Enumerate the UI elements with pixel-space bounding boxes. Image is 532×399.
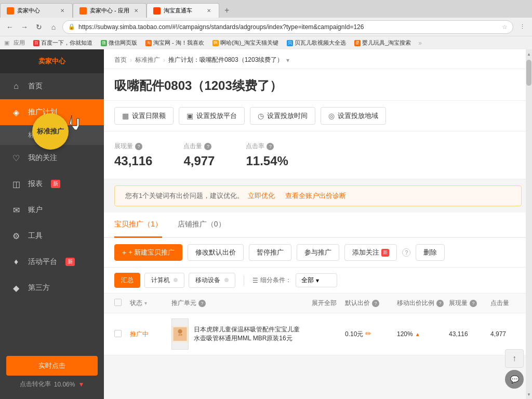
th-expand-label: 展开全部	[312, 299, 337, 307]
bookmark-beiwa-label: 贝瓦儿歌视频大全选	[295, 39, 346, 47]
th-status: 状态 ▾	[130, 299, 171, 308]
alert-link-diagnose[interactable]: 查看全账户出价诊断	[285, 191, 346, 201]
browser-tab-2[interactable]: 卖家中心 - 应用 ✕	[73, 3, 147, 18]
baby-icon: 婴	[354, 40, 361, 46]
url-box[interactable]: 🔒 https://subway.simba.taobao.com/#!/cam…	[62, 20, 513, 34]
filter-computer[interactable]: 计算机	[144, 273, 184, 288]
scroll-down-arrow[interactable]: ▼	[526, 391, 531, 398]
product-title: 日本虎牌儿童保温杯吸管配件宝宝儿童水壶吸管杯通用MML MBR原装16元	[194, 325, 303, 343]
bookmark-taobao[interactable]: 淘 淘宝网 - 淘！我喜欢	[142, 38, 207, 48]
new-tab-btn[interactable]: +	[219, 3, 235, 18]
tab-product-promo[interactable]: 宝贝推广（1）	[114, 212, 162, 238]
impr-info-icon[interactable]: ?	[470, 300, 477, 307]
td-bid: 0.10元 ✏	[345, 329, 397, 339]
tab-1-close[interactable]: ✕	[59, 7, 66, 15]
address-bar: ← → ↻ ⌂ 🔒 https://subway.simba.taobao.co…	[0, 18, 532, 36]
forward-btn[interactable]: →	[19, 21, 30, 33]
add-product-label: + 新建宝贝推广	[128, 248, 175, 257]
sidebar-item-activities[interactable]: ♦ 活动平台 新	[0, 249, 104, 275]
apps-label[interactable]: 应用	[14, 39, 25, 47]
mobile-info-icon[interactable]: ?	[436, 300, 444, 307]
tab-store-promo[interactable]: 店铺推广（0）	[178, 212, 225, 238]
promo-badge[interactable]: 标准推广	[32, 113, 69, 150]
breadcrumb-dropdown-icon[interactable]: ▾	[286, 57, 289, 64]
filter-mobile[interactable]: 移动设备	[189, 273, 235, 288]
extensions-btn[interactable]: ⋮	[516, 21, 528, 33]
alert-link-optimize[interactable]: 立即优化	[248, 191, 275, 201]
row-checkbox[interactable]	[114, 330, 122, 337]
btn-set-platform[interactable]: ▣ 设置投放平台	[179, 107, 245, 125]
sidebar-tools-label: 工具	[28, 231, 43, 241]
status-sort-icon[interactable]: ▾	[144, 300, 147, 306]
home-btn[interactable]: ⌂	[48, 21, 59, 33]
btn-daily-budget[interactable]: ▦ 设置日限额	[114, 107, 174, 125]
sidebar-item-account[interactable]: ✉ 账户	[0, 197, 104, 223]
scrollbar[interactable]: ▲ ▼	[526, 49, 532, 399]
breadcrumb-level1[interactable]: 标准推广	[135, 56, 160, 64]
back-btn[interactable]: ←	[4, 21, 16, 33]
clicks-info-icon[interactable]: ?	[204, 143, 211, 150]
add-attention-btn[interactable]: 添加关注 新	[344, 244, 397, 261]
ctr-info-icon[interactable]: ?	[267, 143, 274, 150]
set-time-icon: ◷	[258, 112, 264, 120]
filter-segment-label: ☰ 细分条件：	[252, 276, 291, 285]
activities-badge: 新	[65, 258, 75, 266]
bookmark-baby[interactable]: 婴 婴儿玩具_淘宝搜索	[351, 38, 414, 48]
apps-icon[interactable]: ▣	[4, 39, 9, 46]
bookmark-beiwa[interactable]: 贝 贝瓦儿歌视频大全选	[284, 38, 349, 48]
bid-edit-icon[interactable]: ✏	[365, 329, 371, 338]
impressions-info-icon[interactable]: ?	[135, 143, 142, 150]
bookmark-aha[interactable]: 啊 啊哈(淘)_淘宝天猫关键	[209, 38, 282, 48]
add-product-btn[interactable]: + + 新建宝贝推广	[114, 244, 182, 261]
sidebar-logo: 卖家中心	[38, 57, 65, 66]
participate-btn[interactable]: 参与推广	[297, 244, 339, 261]
sidebar-item-home[interactable]: ⌂ 首页	[0, 73, 104, 99]
realtime-btn[interactable]: 实时点击	[6, 356, 98, 376]
modify-bid-btn[interactable]: 修改默认出价	[188, 244, 244, 261]
star-icon[interactable]: ☆	[502, 23, 508, 31]
reload-btn[interactable]: ↻	[33, 21, 45, 33]
td-promo: 虎牌 日本虎牌儿童保温杯吸管配件宝宝儿童水壶吸管杯通用MML MBR原装16元	[171, 318, 303, 350]
breadcrumb-sep-1: ›	[130, 57, 132, 64]
wechat-icon: 微	[101, 40, 107, 46]
sidebar-item-tools[interactable]: ⚙ 工具	[0, 223, 104, 249]
scroll-up-arrow[interactable]: ▲	[526, 50, 531, 58]
browser-tab-3[interactable]: 淘宝直通车 ✕	[147, 3, 219, 18]
lock-icon: 🔒	[68, 23, 75, 30]
tab-3-close[interactable]: ✕	[205, 7, 212, 15]
filter-segment-select[interactable]: 全部 ▾	[296, 273, 337, 287]
set-platform-icon: ▣	[187, 112, 193, 120]
impr-value: 43,116	[449, 330, 468, 338]
pause-btn[interactable]: 暂停推广	[249, 244, 291, 261]
page-title-section: 吸嘴配件0803（1203续费了）	[104, 69, 532, 101]
promo-badge-label: 标准推广	[37, 127, 64, 136]
bookmark-wechat[interactable]: 微 微信网页版	[98, 38, 140, 48]
th-checkbox	[114, 299, 130, 308]
filter-summary[interactable]: 汇总	[114, 273, 140, 288]
header-checkbox[interactable]	[114, 299, 122, 306]
breadcrumb-level2: 推广计划：吸嘴配件0803（1203续费了）	[168, 56, 283, 64]
tab-2-icon	[79, 7, 87, 15]
bid-info-icon[interactable]: ?	[372, 300, 379, 307]
delete-btn[interactable]: 删除	[416, 244, 445, 261]
th-expand[interactable]: 展开全部	[303, 299, 345, 308]
browser-tab-1[interactable]: 卖家中心 ✕	[0, 3, 73, 18]
chat-btn[interactable]: 💬	[505, 370, 524, 389]
bookmark-baidu[interactable]: 百 百度一下，你就知道	[30, 38, 96, 48]
scroll-top-btn[interactable]: ↑	[505, 349, 524, 368]
breadcrumb-home[interactable]: 首页	[114, 56, 127, 64]
tab-2-close[interactable]: ✕	[132, 7, 140, 15]
help-icon[interactable]: ?	[402, 248, 410, 257]
th-status-label: 状态	[130, 299, 142, 308]
more-bookmarks[interactable]: »	[418, 39, 422, 47]
btn-set-region[interactable]: ◎ 设置投放地域	[321, 107, 386, 125]
scrollbar-thumb[interactable]	[526, 60, 531, 86]
svg-point-3	[178, 329, 182, 334]
btn-set-time[interactable]: ◷ 设置投放时间	[250, 107, 315, 125]
sidebar-item-third[interactable]: ◆ 第三方	[0, 275, 104, 301]
th-promo: 推广单元 ?	[171, 299, 303, 308]
alert-text: 您有1个关键词有出价问题，建议优化。	[125, 191, 244, 201]
sidebar-item-reports[interactable]: ◫ 报表 新	[0, 171, 104, 197]
promo-info-icon[interactable]: ?	[198, 300, 206, 307]
main-content: 首页 › 标准推广 › 推广计划：吸嘴配件0803（1203续费了） ▾ 吸嘴配…	[104, 49, 532, 399]
